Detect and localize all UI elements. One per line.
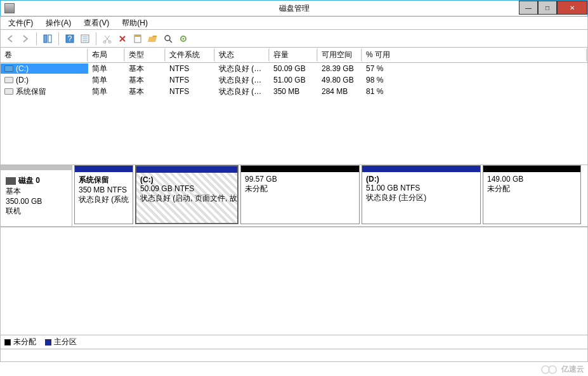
volume-layout: 简单 [88, 63, 125, 75]
menu-action[interactable]: 操作(A) [41, 17, 76, 30]
window-title: 磁盘管理 [279, 3, 310, 14]
delete-button[interactable] [115, 32, 129, 46]
partition-color-bar [75, 166, 133, 172]
volume-capacity: 50.09 GB [270, 64, 318, 74]
volume-capacity: 51.00 GB [270, 75, 318, 85]
partition-status: 状态良好 (系统 [79, 194, 129, 205]
volume-row[interactable]: (C:)简单基本NTFS状态良好 (…50.09 GB28.39 GB57 % [1, 63, 587, 74]
partition-label: 系统保留 [79, 175, 129, 185]
partition-status: 状态良好 (启动, 页面文件, 故 [140, 193, 233, 204]
partition-size: 51.00 GB NTFS [366, 184, 476, 192]
partition-block[interactable]: 149.00 GB未分配 [483, 165, 581, 224]
empty-pane [0, 227, 588, 335]
volume-free: 49.80 GB [318, 75, 362, 85]
svg-text:?: ? [68, 34, 72, 43]
sheet-icon [133, 34, 143, 44]
minimize-button[interactable]: — [519, 1, 538, 15]
cut-button [100, 32, 114, 46]
window-controls: — □ ✕ [519, 1, 587, 15]
gear-icon [178, 34, 188, 44]
find-button[interactable] [161, 32, 175, 46]
settings-button[interactable] [176, 32, 190, 46]
menu-view[interactable]: 查看(V) [79, 17, 114, 30]
volume-percent: 57 % [362, 64, 587, 74]
col-volume[interactable]: 卷 [1, 48, 88, 62]
partition-color-bar [362, 166, 480, 172]
volume-layout: 简单 [88, 74, 125, 86]
col-percent[interactable]: % 可用 [362, 48, 587, 62]
partition-size: 50.09 GB NTFS [140, 184, 233, 193]
close-button[interactable]: ✕ [557, 1, 587, 15]
volume-status: 状态良好 (… [215, 74, 270, 86]
help-button[interactable]: ? [63, 32, 77, 46]
volume-percent: 81 % [362, 86, 587, 97]
disk-icon [6, 177, 16, 185]
disk-partitions: 系统保留350 MB NTFS状态良好 (系统(C:)50.09 GB NTFS… [72, 165, 587, 226]
volume-capacity: 350 MB [270, 86, 318, 97]
disk-label[interactable]: 磁盘 0 基本 350.00 GB 联机 [1, 165, 72, 226]
menu-help[interactable]: 帮助(H) [117, 17, 153, 30]
props-button[interactable] [131, 32, 145, 46]
toolbar-separator [58, 32, 59, 45]
partition-label: (D:) [366, 175, 476, 184]
partition-block[interactable]: (C:)50.09 GB NTFS状态良好 (启动, 页面文件, 故 [135, 165, 238, 224]
app-icon [4, 3, 15, 13]
partition-size: 149.00 GB [487, 175, 577, 184]
legend-bar: 未分配 主分区 [0, 335, 588, 349]
help-icon: ? [65, 34, 75, 44]
volume-list-header: 卷 布局 类型 文件系统 状态 容量 可用空间 % 可用 [1, 48, 587, 63]
volume-percent: 98 % [362, 75, 587, 85]
col-type[interactable]: 类型 [125, 48, 166, 62]
volume-row[interactable]: (D:)简单基本NTFS状态良好 (…51.00 GB49.80 GB98 % [1, 74, 587, 86]
toolbar-separator [36, 32, 37, 45]
volume-filesystem: NTFS [166, 86, 215, 97]
panes-icon [42, 34, 53, 44]
partition-block[interactable]: (D:)51.00 GB NTFS状态良好 (主分区) [362, 165, 481, 224]
open-button[interactable] [146, 32, 160, 46]
watermark: 亿速云 [540, 363, 584, 375]
toolbar-separator [96, 32, 96, 45]
partition-block[interactable]: 系统保留350 MB NTFS状态良好 (系统 [74, 165, 133, 224]
properties-button[interactable] [78, 32, 92, 46]
maximize-button[interactable]: □ [538, 1, 557, 15]
legend-unallocated: 未分配 [4, 337, 36, 347]
drive-icon [4, 88, 13, 95]
delete-icon [117, 34, 127, 44]
col-filesystem[interactable]: 文件系统 [166, 48, 215, 62]
col-layout[interactable]: 布局 [88, 48, 125, 62]
arrow-left-icon [5, 34, 15, 44]
col-free[interactable]: 可用空间 [318, 48, 362, 62]
volume-type: 基本 [125, 74, 166, 86]
volume-list-body[interactable]: (C:)简单基本NTFS状态良好 (…50.09 GB28.39 GB57 %(… [1, 63, 587, 164]
volume-name: (D:) [16, 76, 29, 84]
view-toggle-button[interactable] [41, 32, 55, 46]
cut-icon [102, 34, 112, 44]
volume-status: 状态良好 (… [215, 63, 270, 75]
col-capacity[interactable]: 容量 [270, 48, 318, 62]
legend-unallocated-label: 未分配 [13, 337, 36, 347]
partition-status: 未分配 [245, 184, 355, 194]
volume-status: 状态良好 (… [215, 86, 270, 98]
legend-primary-label: 主分区 [54, 337, 77, 347]
watermark-text: 亿速云 [561, 364, 584, 375]
partition-status: 未分配 [487, 184, 577, 194]
drive-icon [4, 77, 13, 83]
list-icon [80, 34, 90, 44]
swatch-black-icon [4, 339, 11, 346]
col-status[interactable]: 状态 [215, 48, 270, 62]
search-icon [163, 34, 173, 44]
volume-free: 284 MB [318, 86, 362, 97]
disk-size: 350.00 GB [6, 197, 67, 206]
back-button [3, 32, 17, 46]
svg-rect-0 [44, 35, 47, 43]
volume-row[interactable]: 系统保留简单基本NTFS状态良好 (…350 MB284 MB81 % [1, 86, 587, 97]
svg-line-13 [169, 40, 172, 43]
partition-status: 状态良好 (主分区) [366, 192, 476, 203]
disk-type: 基本 [6, 186, 67, 197]
partition-color-bar [483, 166, 580, 172]
partition-size: 99.57 GB [245, 175, 355, 184]
swatch-blue-icon [45, 339, 51, 346]
menu-file[interactable]: 文件(F) [3, 17, 38, 30]
partition-block[interactable]: 99.57 GB未分配 [240, 165, 360, 224]
svg-point-15 [183, 37, 185, 39]
